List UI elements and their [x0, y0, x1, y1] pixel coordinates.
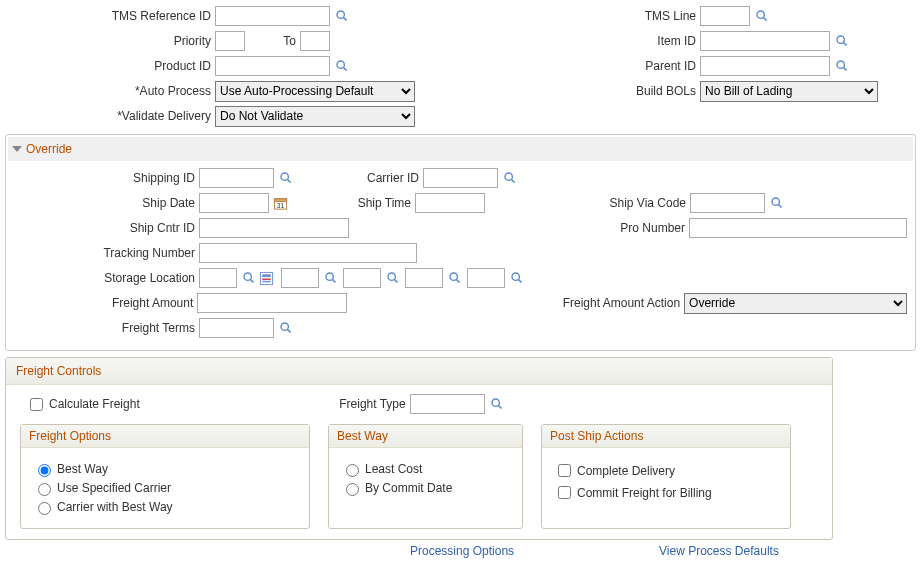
by-commit-label: By Commit Date	[365, 481, 452, 495]
processing-options-link[interactable]: Processing Options	[410, 544, 514, 558]
freight-amount-input[interactable]	[197, 293, 347, 313]
ship-date-input[interactable]	[199, 193, 269, 213]
search-icon[interactable]	[324, 271, 338, 285]
tms-ref-id-input[interactable]	[215, 6, 330, 26]
least-cost-radio[interactable]	[346, 464, 359, 477]
freight-options-title: Freight Options	[21, 425, 309, 448]
priority-to-input[interactable]	[300, 31, 330, 51]
storage-loc-1-input[interactable]	[199, 268, 237, 288]
commit-freight-label: Commit Freight for Billing	[577, 486, 712, 500]
tracking-number-label: Tracking Number	[14, 246, 199, 260]
shipping-id-label: Shipping ID	[14, 171, 199, 185]
parent-id-input[interactable]	[700, 56, 830, 76]
calculate-freight-checkbox[interactable]	[30, 398, 43, 411]
calculate-freight-label: Calculate Freight	[49, 397, 140, 411]
tracking-number-input[interactable]	[199, 243, 417, 263]
search-icon[interactable]	[770, 196, 784, 210]
to-label: To	[245, 34, 300, 48]
carrier-best-way-radio[interactable]	[38, 502, 51, 515]
product-id-label: Product ID	[5, 59, 215, 73]
build-bols-select[interactable]: No Bill of Lading	[700, 81, 878, 102]
freight-amount-label: Freight Amount	[14, 296, 197, 310]
pro-number-label: Pro Number	[349, 221, 689, 235]
carrier-best-way-label: Carrier with Best Way	[57, 500, 173, 514]
storage-loc-3-input[interactable]	[343, 268, 381, 288]
search-icon[interactable]	[242, 271, 256, 285]
use-specified-label: Use Specified Carrier	[57, 481, 171, 495]
freight-amount-action-select[interactable]: Override	[684, 293, 907, 314]
priority-from-input[interactable]	[215, 31, 245, 51]
storage-loc-5-input[interactable]	[467, 268, 505, 288]
ship-via-code-input[interactable]	[690, 193, 765, 213]
best-way-radio[interactable]	[38, 464, 51, 477]
complete-delivery-label: Complete Delivery	[577, 464, 675, 478]
commit-freight-checkbox[interactable]	[558, 486, 571, 499]
pro-number-input[interactable]	[689, 218, 907, 238]
by-commit-radio[interactable]	[346, 483, 359, 496]
search-icon[interactable]	[503, 171, 517, 185]
product-id-input[interactable]	[215, 56, 330, 76]
use-specified-radio[interactable]	[38, 483, 51, 496]
search-icon[interactable]	[279, 171, 293, 185]
search-icon[interactable]	[835, 34, 849, 48]
ship-time-input[interactable]	[415, 193, 485, 213]
ship-date-label: Ship Date	[14, 196, 199, 210]
ship-time-label: Ship Time	[288, 196, 415, 210]
freight-type-label: Freight Type	[140, 397, 410, 411]
freight-terms-input[interactable]	[199, 318, 274, 338]
shipping-id-input[interactable]	[199, 168, 274, 188]
ship-cntr-id-input[interactable]	[199, 218, 349, 238]
tms-line-label: TMS Line	[570, 9, 700, 23]
search-icon[interactable]	[279, 321, 293, 335]
search-icon[interactable]	[448, 271, 462, 285]
override-section-title[interactable]: Override	[8, 137, 913, 161]
search-icon[interactable]	[386, 271, 400, 285]
validate-delivery-select[interactable]: Do Not Validate	[215, 106, 415, 127]
best-way-group-title: Best Way	[329, 425, 522, 448]
freight-type-input[interactable]	[410, 394, 485, 414]
tms-line-input[interactable]	[700, 6, 750, 26]
search-icon[interactable]	[335, 59, 349, 73]
auto-process-select[interactable]: Use Auto-Processing Default	[215, 81, 415, 102]
build-bols-label: Build BOLs	[570, 84, 700, 98]
search-icon[interactable]	[490, 397, 504, 411]
carrier-id-input[interactable]	[423, 168, 498, 188]
view-process-defaults-link[interactable]: View Process Defaults	[659, 544, 779, 558]
search-icon[interactable]	[510, 271, 524, 285]
item-id-label: Item ID	[570, 34, 700, 48]
ship-via-code-label: Ship Via Code	[485, 196, 690, 210]
search-icon[interactable]	[835, 59, 849, 73]
post-ship-title: Post Ship Actions	[542, 425, 790, 448]
complete-delivery-checkbox[interactable]	[558, 464, 571, 477]
carrier-id-label: Carrier ID	[293, 171, 423, 185]
validate-delivery-label: *Validate Delivery	[5, 109, 215, 123]
item-id-input[interactable]	[700, 31, 830, 51]
ship-cntr-id-label: Ship Cntr ID	[14, 221, 199, 235]
freight-amount-action-label: Freight Amount Action	[347, 296, 684, 310]
search-icon[interactable]	[335, 9, 349, 23]
calendar-icon[interactable]	[273, 196, 288, 211]
parent-id-label: Parent ID	[570, 59, 700, 73]
storage-location-label: Storage Location	[14, 271, 199, 285]
auto-process-label: *Auto Process	[5, 84, 215, 98]
detail-icon[interactable]	[259, 271, 274, 286]
freight-controls-title: Freight Controls	[6, 358, 832, 385]
least-cost-label: Least Cost	[365, 462, 422, 476]
storage-loc-4-input[interactable]	[405, 268, 443, 288]
storage-loc-2-input[interactable]	[281, 268, 319, 288]
priority-label: Priority	[5, 34, 215, 48]
tms-ref-id-label: TMS Reference ID	[5, 9, 215, 23]
freight-terms-label: Freight Terms	[14, 321, 199, 335]
best-way-label: Best Way	[57, 462, 108, 476]
search-icon[interactable]	[755, 9, 769, 23]
